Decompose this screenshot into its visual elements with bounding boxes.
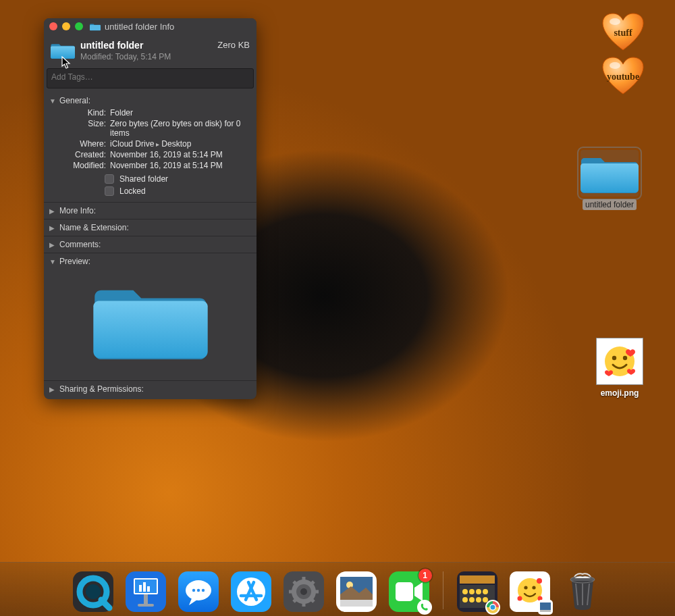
svg-point-53 — [476, 597, 481, 602]
section-heading: Name & Extension: — [59, 223, 129, 232]
label-size: Size: — [59, 119, 106, 138]
chevron-down-icon: ▼ — [49, 97, 56, 105]
value-kind: Folder — [110, 108, 251, 118]
chevron-right-icon: ▸ — [154, 140, 161, 148]
disclosure-general[interactable]: ▼ General: — [49, 96, 251, 105]
chevron-right-icon: ▶ — [49, 241, 56, 249]
tags-placeholder: Add Tags… — [51, 72, 93, 82]
value-modified: November 16, 2019 at 5:14 PM — [110, 161, 251, 170]
disclosure-comments[interactable]: ▶Comments: — [49, 240, 251, 249]
svg-point-51 — [462, 597, 468, 602]
svg-line-35 — [294, 598, 297, 602]
svg-rect-67 — [540, 602, 551, 610]
dock-app-appstore[interactable] — [231, 571, 271, 612]
keynote-icon — [126, 571, 166, 612]
folder-icon — [580, 150, 639, 195]
dock-app-keynote[interactable] — [126, 571, 166, 612]
appstore-icon — [231, 571, 271, 612]
chevron-right-icon: ▶ — [49, 207, 56, 215]
svg-point-18 — [192, 589, 194, 592]
svg-point-52 — [469, 597, 475, 602]
photos-icon — [336, 571, 377, 612]
svg-line-33 — [294, 582, 297, 585]
shared-folder-checkbox[interactable] — [105, 174, 114, 184]
svg-point-49 — [476, 589, 481, 594]
desktop-item-heart-youtube[interactable]: youtube — [601, 56, 645, 98]
svg-point-1 — [610, 62, 620, 69]
label-kind: Kind: — [59, 108, 106, 118]
label-created: Created: — [59, 150, 106, 159]
folder-icon — [90, 22, 101, 31]
dock-minimized-window[interactable] — [510, 571, 550, 612]
svg-rect-14 — [144, 594, 148, 604]
svg-point-63 — [537, 578, 542, 584]
folder-icon — [51, 40, 75, 60]
desktop-item-label: emoji.png — [598, 388, 642, 399]
close-button[interactable] — [49, 22, 57, 30]
messages-icon — [178, 571, 219, 612]
desktop-item-untitled-folder[interactable]: untitled folder — [577, 150, 642, 210]
svg-rect-43 — [396, 582, 413, 601]
window-title: untitled folder Info — [105, 22, 174, 32]
shared-folder-label: Shared folder — [119, 174, 168, 184]
section-heading: Comments: — [59, 240, 101, 249]
phone-icon — [417, 600, 432, 615]
section-heading: General: — [59, 96, 90, 105]
section-heading: More Info: — [59, 206, 96, 215]
quicktime-icon — [73, 571, 113, 612]
svg-point-4 — [623, 356, 627, 360]
titlebar[interactable]: untitled folder Info — [44, 18, 256, 34]
svg-point-37 — [300, 588, 307, 595]
image-thumbnail — [596, 338, 643, 385]
dock-app-messages[interactable] — [178, 571, 219, 612]
svg-point-48 — [469, 589, 475, 594]
dock: 1 — [0, 562, 675, 616]
svg-point-61 — [524, 586, 527, 589]
dock-minimized-window[interactable] — [457, 571, 497, 612]
svg-line-36 — [310, 582, 314, 585]
preview-badge-icon — [538, 600, 553, 615]
label-where: Where: — [59, 139, 106, 149]
svg-point-19 — [196, 589, 199, 592]
gear-icon — [284, 571, 324, 612]
zoom-button[interactable] — [75, 22, 83, 30]
svg-rect-41 — [340, 600, 373, 607]
dock-separator — [443, 571, 443, 609]
label-modified: Modified: — [59, 161, 106, 170]
locked-checkbox[interactable] — [105, 186, 114, 196]
item-name: untitled folder — [80, 40, 217, 51]
heart-label: youtube — [607, 72, 639, 82]
desktop-item-heart-stuff[interactable]: stuff — [601, 12, 645, 54]
svg-rect-45 — [460, 575, 495, 584]
svg-rect-11 — [139, 585, 142, 592]
section-heading: Sharing & Permissions: — [59, 384, 144, 394]
section-preview: ▼Preview: — [44, 253, 256, 380]
trash-icon — [562, 571, 603, 612]
svg-point-7 — [86, 584, 101, 599]
disclosure-sharing-permissions[interactable]: ▶Sharing & Permissions: — [49, 384, 251, 394]
minimize-button[interactable] — [62, 22, 70, 30]
svg-rect-12 — [143, 582, 146, 592]
disclosure-name-extension[interactable]: ▶Name & Extension: — [49, 223, 251, 232]
section-general: ▼ General: Kind: Folder Size: Zero bytes… — [44, 93, 256, 202]
notification-badge: 1 — [418, 569, 432, 582]
svg-point-20 — [201, 589, 204, 592]
svg-point-50 — [483, 589, 488, 594]
value-created: November 16, 2019 at 5:14 PM — [110, 150, 251, 159]
svg-point-47 — [462, 589, 468, 594]
value-size: Zero bytes (Zero bytes on disk) for 0 it… — [110, 119, 251, 138]
dock-app-system-preferences[interactable] — [284, 571, 324, 612]
dock-app-quicktime[interactable] — [73, 571, 113, 612]
svg-point-3 — [612, 356, 616, 360]
disclosure-preview[interactable]: ▼Preview: — [49, 257, 251, 266]
dock-trash[interactable] — [562, 571, 603, 612]
dock-app-photos[interactable] — [336, 571, 377, 612]
desktop-item-emoji-png[interactable]: emoji.png — [587, 338, 652, 399]
svg-point-0 — [610, 18, 620, 25]
chrome-badge-icon — [485, 600, 500, 615]
locked-label: Locked — [119, 186, 146, 196]
disclosure-more-info[interactable]: ▶More Info: — [49, 206, 251, 215]
dock-app-facetime[interactable]: 1 — [389, 571, 429, 612]
tags-input[interactable]: Add Tags… — [47, 68, 254, 88]
value-where: iCloud Drive▸Desktop — [110, 139, 251, 149]
